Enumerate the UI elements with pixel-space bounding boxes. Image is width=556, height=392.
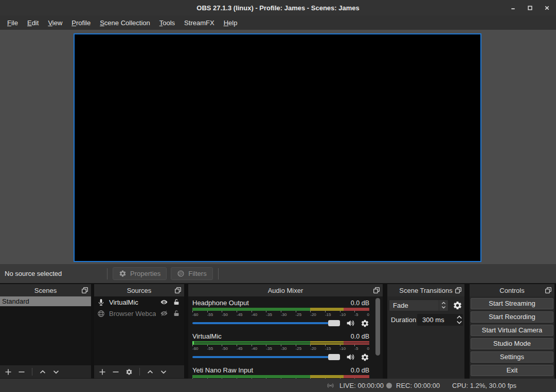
volume-slider[interactable]: [192, 356, 340, 358]
volume-slider-handle[interactable]: [328, 320, 340, 326]
menu-edit[interactable]: Edit: [23, 17, 43, 29]
exit-button[interactable]: Exit: [471, 365, 553, 376]
audio-mixer-body: Headphone Output0.0 dB-60-55-50-45-40-35…: [188, 296, 383, 379]
properties-button[interactable]: Properties: [113, 267, 167, 280]
menu-scene-collection[interactable]: Scene Collection: [95, 17, 155, 29]
mixer-channel-db: 0.0 dB: [351, 367, 369, 374]
volume-slider-row: [192, 353, 369, 361]
controls-panel-header[interactable]: Controls: [470, 284, 554, 296]
sources-panel: Sources VirtualMicBrowser Webcam: [94, 284, 184, 379]
central-area: [0, 30, 556, 264]
toolbar-separator: [107, 268, 107, 279]
speaker-icon[interactable]: [346, 352, 355, 362]
volume-meter: [192, 308, 369, 311]
menu-streamfx[interactable]: StreamFX: [180, 17, 219, 29]
volume-slider[interactable]: [192, 322, 340, 324]
sources-list: VirtualMicBrowser Webcam: [94, 296, 184, 365]
gear-icon[interactable]: [361, 319, 369, 328]
chevron-down-icon[interactable]: [441, 306, 446, 309]
duration-spin-arrows: [456, 314, 462, 325]
chevron-up-icon[interactable]: [456, 315, 462, 320]
start-virtual-camera-button[interactable]: Start Virtual Camera: [471, 325, 553, 336]
volume-slider-fill: [192, 356, 330, 358]
menu-view[interactable]: View: [43, 17, 67, 29]
sources-toolbar: [94, 365, 184, 378]
start-recording-button[interactable]: Start Recording: [471, 311, 553, 323]
menu-file[interactable]: File: [3, 17, 23, 29]
statusbar: LIVE: 00:00:00 REC: 00:00:00 CPU: 1.2%, …: [0, 379, 556, 392]
live-time: LIVE: 00:00:00: [339, 382, 384, 389]
move-scene-down-button[interactable]: [52, 368, 60, 376]
move-scene-up-button[interactable]: [39, 368, 46, 376]
source-name: VirtualMic: [109, 298, 156, 306]
studio-mode-button[interactable]: Studio Mode: [471, 338, 553, 349]
source-status-text: No source selected: [5, 270, 104, 277]
tick-label: -50: [222, 312, 228, 317]
tick-label: -15: [325, 346, 331, 351]
chevron-down-icon[interactable]: [456, 320, 462, 325]
mixer-channel-name: Yeti Nano Raw Input: [192, 366, 253, 374]
move-source-up-button[interactable]: [147, 368, 154, 376]
menu-tools[interactable]: Tools: [155, 17, 180, 29]
tick-label: -40: [252, 312, 258, 317]
meter-bar: [192, 343, 369, 345]
transition-properties-button[interactable]: [452, 299, 463, 311]
add-source-button[interactable]: [99, 368, 106, 376]
minimize-button[interactable]: [510, 5, 516, 11]
audio-mixer-panel-header[interactable]: Audio Mixer: [188, 284, 383, 296]
toolbar-separator: [32, 368, 32, 376]
filters-button-label: Filters: [188, 270, 206, 277]
menu-profile[interactable]: Profile: [67, 17, 95, 29]
speaker-icon[interactable]: [346, 319, 355, 328]
volume-slider-row: [192, 319, 369, 327]
filters-button[interactable]: Filters: [171, 267, 212, 280]
globe-icon: [97, 310, 105, 318]
sources-panel-header[interactable]: Sources: [94, 284, 184, 296]
add-scene-button[interactable]: [5, 368, 12, 376]
scenes-panel-header[interactable]: Scenes: [0, 284, 91, 296]
volume-slider-handle[interactable]: [328, 354, 340, 360]
eye-icon[interactable]: [160, 298, 168, 306]
unlock-icon[interactable]: [172, 298, 181, 306]
scene-transitions-panel: Scene Transitions Fade Duration: [387, 284, 464, 379]
transition-select[interactable]: Fade: [389, 300, 449, 311]
unlock-icon[interactable]: [172, 310, 181, 317]
meter-bar: [192, 308, 369, 311]
scene-item-standard[interactable]: Standard: [0, 296, 91, 306]
chevron-up-icon[interactable]: [441, 302, 446, 305]
source-item-browser-webcam[interactable]: Browser Webcam: [94, 308, 184, 319]
remove-source-button[interactable]: [112, 368, 119, 376]
duration-spinbox[interactable]: 300 ms: [417, 314, 463, 326]
preview-canvas[interactable]: [74, 33, 481, 262]
tick-label: -45: [237, 312, 243, 317]
close-button[interactable]: [544, 5, 550, 11]
source-item-virtualmic[interactable]: VirtualMic: [94, 296, 184, 308]
meter-tick-labels: -60-55-50-45-40-35-30-25-20-15-10-50: [192, 312, 369, 317]
source-properties-button[interactable]: [125, 368, 133, 376]
tick-label: 0: [367, 312, 369, 317]
menu-help[interactable]: Help: [219, 17, 242, 29]
toolbar-separator: [139, 368, 140, 376]
tick-label: -55: [207, 346, 213, 351]
eye-slash-icon[interactable]: [160, 310, 168, 317]
controls-body: Start StreamingStart RecordingStart Virt…: [470, 296, 554, 379]
popout-icon: [545, 287, 552, 294]
maximize-button[interactable]: [527, 5, 533, 11]
start-streaming-button[interactable]: Start Streaming: [471, 298, 553, 309]
gear-icon[interactable]: [361, 353, 369, 362]
tick-label: -60: [192, 346, 199, 351]
properties-button-label: Properties: [130, 270, 160, 277]
window-title: OBS 27.1.3 (linux) - Profile: James - Sc…: [196, 4, 359, 12]
gear-icon: [453, 301, 462, 310]
mixer-channel-virtualmic: VirtualMic0.0 dB-60-55-50-45-40-35-30-25…: [192, 332, 369, 361]
move-source-down-button[interactable]: [160, 368, 167, 376]
meter-bar: [192, 341, 369, 343]
scenes-list: Standard: [0, 296, 91, 365]
scene-transitions-body: Fade Duration 300 ms: [387, 296, 464, 379]
mixer-scrollbar[interactable]: [375, 298, 380, 356]
mixer-channel-db: 0.0 dB: [351, 300, 369, 307]
scene-transitions-panel-header[interactable]: Scene Transitions: [387, 284, 464, 296]
mixer-channel-header: VirtualMic0.0 dB: [192, 332, 369, 341]
settings-button[interactable]: Settings: [471, 351, 553, 363]
remove-scene-button[interactable]: [18, 368, 25, 376]
